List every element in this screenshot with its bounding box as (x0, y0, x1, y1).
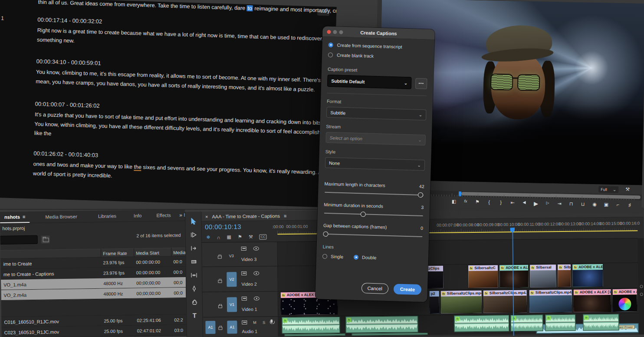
radio-lines-double[interactable]: Double (354, 254, 377, 260)
source-patch-icon[interactable] (241, 271, 246, 275)
nest-sequences-icon[interactable]: ❄ (206, 235, 210, 240)
timeline-timecode[interactable]: 00:00:10:13 (205, 223, 241, 231)
snap-icon[interactable]: ∩ (217, 235, 220, 240)
audio-clip[interactable]: fx (454, 315, 509, 332)
go-to-in-icon[interactable]: ⇤ (509, 200, 516, 206)
audio-clip[interactable]: fx (583, 314, 619, 331)
timeline-clip[interactable]: fxSilbersaltzClips.mp4.Subclip6 (483, 290, 528, 314)
panel-menu-icon[interactable]: ≡ (284, 213, 287, 218)
scroll-handle-icon[interactable] (640, 293, 643, 296)
safe-margins-icon[interactable]: ⌐ (614, 202, 621, 208)
add-marker-icon[interactable]: ⚑ (238, 234, 242, 240)
add-marker-icon[interactable]: ⚑ (474, 199, 480, 206)
step-forward-icon[interactable]: ▷ (544, 201, 551, 207)
mark-in-icon[interactable]: { (486, 199, 492, 206)
timeline-clip[interactable]: fxSilbersa (557, 264, 572, 287)
track-target-v1[interactable]: V1 (227, 297, 237, 312)
track-visibility-eye-icon[interactable] (253, 271, 259, 275)
source-patch-icon[interactable] (241, 247, 246, 251)
audio-clip-a2[interactable] (285, 334, 345, 336)
pen-tool[interactable] (187, 282, 200, 295)
comparison-view-icon[interactable]: ◧ (450, 198, 457, 205)
tab-menu-icon[interactable]: ≡ (23, 214, 26, 219)
project-name[interactable]: hots.prproj (2, 225, 25, 231)
mute-icon[interactable]: M (253, 320, 256, 325)
track-target-v3[interactable]: V3 (227, 254, 237, 258)
timeline-clip[interactable]: fxSilbersaltzC (468, 264, 499, 288)
timeline-clip[interactable]: fxSilbersaltzClips.mp4.Subclip8 (529, 289, 573, 313)
audio-clip-a2[interactable] (352, 333, 428, 336)
radio-selected-icon[interactable] (328, 42, 333, 47)
transcript-line-partial[interactable]: thin all of us. Great ideas come from ev… (38, 0, 337, 14)
type-tool[interactable]: T (188, 309, 201, 322)
captions-icon[interactable]: CC (260, 234, 267, 239)
column-media-end[interactable]: Media (173, 250, 186, 255)
tab-overflow-icon[interactable]: » (179, 212, 182, 218)
slider-knob[interactable] (323, 231, 328, 236)
track-select-forward-tool[interactable] (187, 228, 200, 241)
slider-track[interactable] (324, 213, 423, 216)
extract-icon[interactable]: ⊔ (579, 201, 586, 208)
slider-track[interactable] (323, 234, 422, 237)
timeline-clip[interactable]: fxADOBE x ALEX [16x9].mp4 (573, 289, 612, 313)
timeline-scrollbar[interactable] (638, 238, 644, 334)
track-visibility-eye-icon[interactable] (254, 297, 260, 301)
ripple-edit-tool[interactable] (187, 241, 200, 255)
source-patch-a1[interactable]: A1 (205, 321, 215, 334)
radio-create-from-transcript[interactable]: Create from sequence transcript (328, 42, 428, 50)
multi-camera-icon[interactable]: ▣ (603, 202, 609, 208)
selected-word[interactable]: to (246, 5, 253, 11)
go-to-out-icon[interactable]: ⇥ (556, 201, 562, 207)
lock-icon[interactable] (218, 327, 222, 330)
radio-icon[interactable] (322, 254, 327, 258)
search-input[interactable] (0, 235, 38, 244)
transcript-block[interactable]: 00:01:00:07 - 00:01:26:02 It's a puzzle … (34, 100, 333, 147)
column-frame-rate[interactable]: Frame Rate (103, 251, 127, 256)
track-visibility-eye-icon[interactable] (253, 247, 259, 251)
close-window-button[interactable] (327, 30, 331, 33)
play-icon[interactable]: ▶ (532, 200, 539, 207)
tab-effects[interactable]: Effects (152, 210, 175, 221)
transcript-block[interactable]: 00:00:17:14 - 00:00:32:02 Right now is a… (37, 17, 336, 53)
lock-icon[interactable] (218, 305, 222, 308)
audio-clip[interactable]: fx (282, 317, 340, 334)
close-icon[interactable]: × (205, 214, 208, 219)
razor-tool[interactable] (187, 255, 200, 268)
folder-icon[interactable] (41, 235, 50, 243)
lock-icon[interactable] (218, 256, 222, 259)
minimize-window-button[interactable] (333, 30, 337, 34)
timeline-settings-icon[interactable]: ⚒ (249, 234, 253, 240)
radio-lines-single[interactable]: Single (322, 254, 344, 259)
source-patch-icon[interactable] (242, 297, 247, 301)
timeline-clip[interactable]: fxADOBE x ALEX [16x9] (499, 264, 529, 288)
track-target-a1[interactable]: A1 (227, 320, 237, 334)
zoom-level-select[interactable]: Full ⌄ (598, 186, 618, 193)
selection-tool[interactable] (187, 215, 200, 228)
timeline-clip[interactable]: fxADOBE x ALEX (572, 264, 604, 287)
timeline-clip[interactable]: fxSilbersaltzClips.mp4.Subclip (440, 290, 483, 314)
linked-selection-icon[interactable]: ▦ (227, 234, 232, 240)
timeline-clip[interactable]: p2 (429, 291, 440, 314)
export-frame-icon[interactable]: ◉ (591, 202, 598, 208)
source-patch-icon[interactable] (242, 320, 247, 324)
audio-clip[interactable]: fx (345, 316, 418, 333)
audio-clip[interactable]: fx (510, 314, 543, 331)
radio-icon[interactable] (328, 52, 333, 57)
slider-knob[interactable] (418, 192, 423, 197)
monitor-settings-icon[interactable]: ⚒ (625, 187, 630, 192)
tab-project[interactable]: nshots≡ (0, 211, 30, 223)
tab-media-browser[interactable]: Media Browser (41, 211, 82, 222)
caption-preset-select[interactable]: Subtitle Default ⌄ (327, 75, 412, 89)
solo-icon[interactable]: S (263, 320, 265, 325)
timeline-clip[interactable]: fxADOBE x A (612, 288, 638, 312)
mark-out-icon[interactable]: } (497, 200, 504, 206)
slip-tool[interactable] (187, 268, 200, 282)
create-button[interactable]: Create (393, 284, 421, 295)
slider-track[interactable] (325, 192, 424, 195)
step-back-icon[interactable]: ◀ (521, 200, 527, 207)
timeline-clip[interactable]: fxSilbersal (529, 264, 557, 288)
monitor-playhead[interactable] (459, 192, 461, 196)
voice-over-record-icon[interactable] (270, 319, 273, 323)
scroll-handle-icon[interactable] (640, 285, 643, 288)
radio-create-blank-track[interactable]: Create blank track (328, 52, 428, 60)
